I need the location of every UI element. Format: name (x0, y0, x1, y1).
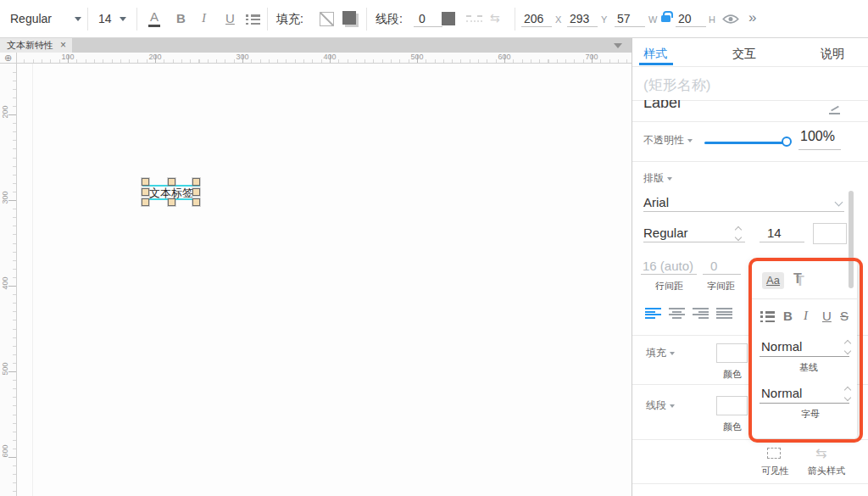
opacity-section[interactable]: 不透明性 (643, 133, 693, 148)
ruler-label: 500 (1, 358, 9, 380)
tab-style[interactable]: 样式 (643, 47, 667, 62)
app-window: Regular 14 A B I U 填充: 线段: 0 ⇆ 206 X 293… (0, 0, 868, 496)
x-label: X (555, 14, 561, 25)
italic-button[interactable]: I (202, 11, 206, 25)
no-fill-swatch[interactable] (320, 12, 334, 26)
font-color-swatch[interactable] (813, 223, 847, 244)
line-color-swatch[interactable] (442, 12, 455, 25)
opacity-slider-knob[interactable] (782, 137, 792, 147)
stepper-icon[interactable] (845, 341, 850, 354)
align-center-icon[interactable] (669, 308, 685, 319)
bold-button[interactable]: B (176, 11, 186, 25)
font-color-icon[interactable]: A (147, 9, 161, 24)
tab-active[interactable]: 文本新特性 × (0, 38, 72, 53)
visibility-icon[interactable] (767, 448, 781, 459)
chevron-down-icon[interactable] (835, 198, 843, 207)
stepper-icon[interactable] (845, 387, 850, 400)
resize-handle-sw[interactable] (142, 198, 149, 206)
opacity-slider[interactable] (704, 142, 791, 144)
font-size-dropdown[interactable]: 14 (98, 12, 112, 25)
fill-color-swatch[interactable] (716, 343, 748, 363)
toolbar-divider (87, 8, 88, 31)
resize-handle-se[interactable] (192, 198, 200, 206)
font-style-dropdown[interactable]: Regular (10, 12, 52, 25)
underline-button[interactable]: U (822, 309, 832, 323)
y-input[interactable]: 293 (570, 12, 589, 25)
chevron-down-icon[interactable] (75, 17, 81, 21)
design-canvas[interactable]: 文本标签 (18, 64, 632, 496)
font-size-input[interactable]: 14 (767, 226, 782, 240)
vertical-ruler[interactable]: 200 300 400 500 600 (0, 64, 17, 496)
resize-handle-n[interactable] (168, 178, 175, 186)
arrow-style-icon[interactable]: ⇆ (490, 11, 500, 25)
tab-title: 文本新特性 (7, 39, 53, 52)
tab-list-chevron-icon[interactable] (614, 43, 622, 48)
ruler-label: 500 (406, 53, 428, 61)
chevron-down-icon (687, 139, 693, 142)
h-label: H (709, 14, 715, 25)
ruler-label: 300 (231, 53, 253, 61)
resize-handle-e[interactable] (192, 188, 200, 196)
resize-handle-s[interactable] (168, 198, 175, 206)
bullet-list-icon[interactable] (760, 311, 775, 322)
fill-color-swatch[interactable] (342, 11, 356, 25)
line-height-label: 行间距 (655, 280, 683, 293)
baseline-dropdown[interactable]: Normal (761, 339, 802, 354)
arrow-style-icon[interactable]: ⇆ (815, 445, 826, 461)
italic-button[interactable]: I (804, 309, 808, 323)
style-edit-icon[interactable] (829, 107, 840, 114)
case-option-button[interactable]: Aa (762, 272, 784, 289)
stepper-icon[interactable] (736, 227, 741, 240)
bold-button[interactable]: B (783, 309, 793, 323)
tab-interaction[interactable]: 交互 (732, 47, 756, 62)
typography-section[interactable]: 排版 (643, 171, 672, 186)
ruler-label: 200 (144, 53, 166, 61)
resize-handle-w[interactable] (142, 188, 149, 196)
font-weight-dropdown[interactable]: Regular (643, 226, 688, 240)
line-color-label: 颜色 (723, 421, 742, 433)
align-justify-icon[interactable] (716, 308, 732, 319)
h-input[interactable]: 20 (678, 12, 692, 25)
opacity-value-input[interactable]: 100% (800, 129, 835, 144)
align-right-icon[interactable] (693, 308, 709, 319)
lock-ratio-icon[interactable] (661, 15, 670, 22)
text-shadow-icon[interactable]: T (793, 271, 802, 287)
fill-section[interactable]: 填充 (646, 346, 675, 360)
strikethrough-button[interactable]: S (840, 309, 849, 323)
document-tab-strip: 文本新特性 × (0, 38, 632, 53)
chevron-down-icon[interactable] (120, 17, 126, 21)
chevron-down-icon (670, 352, 675, 355)
shape-name-input[interactable]: (矩形名称) (643, 75, 710, 95)
line-section-label: 线段: (376, 12, 403, 27)
underline-button[interactable]: U (225, 11, 235, 25)
visibility-label: 可见性 (761, 465, 789, 477)
more-tools-icon[interactable]: » (748, 9, 754, 26)
bullet-list-icon[interactable] (246, 14, 260, 25)
close-icon[interactable]: × (60, 39, 66, 51)
line-section[interactable]: 线段 (646, 398, 675, 413)
letter-spacing-input[interactable]: 0 (710, 259, 717, 273)
align-left-icon[interactable] (645, 308, 661, 319)
x-input[interactable]: 206 (524, 12, 543, 25)
arrow-style-label: 箭头样式 (808, 465, 845, 477)
resize-handle-ne[interactable] (192, 178, 200, 186)
line-style-icon[interactable] (466, 15, 482, 22)
letter-case-dropdown[interactable]: Normal (761, 386, 802, 400)
panel-scrollbar[interactable] (849, 191, 854, 288)
line-height-input[interactable]: 16 (auto) (643, 259, 693, 273)
visibility-eye-icon[interactable] (722, 14, 739, 25)
widget-style-row[interactable]: Label (632, 100, 868, 121)
selected-text-widget[interactable]: 文本标签 (141, 177, 202, 207)
line-weight-input[interactable]: 0 (419, 12, 426, 25)
resize-handle-nw[interactable] (142, 178, 149, 186)
ruler-origin-icon[interactable]: ⊕ (0, 53, 17, 64)
horizontal-ruler[interactable]: 100 200 300 400 500 600 700 (17, 53, 632, 64)
ruler-label: 400 (1, 272, 9, 294)
tab-note[interactable]: 说明 (821, 47, 844, 62)
w-input[interactable]: 57 (617, 12, 631, 25)
widget-style-name: Label (643, 100, 681, 112)
line-color-swatch[interactable] (716, 396, 748, 415)
baseline-label: 基线 (799, 361, 818, 374)
toolbar-divider (136, 8, 137, 31)
font-family-dropdown[interactable]: Arial (643, 195, 669, 209)
